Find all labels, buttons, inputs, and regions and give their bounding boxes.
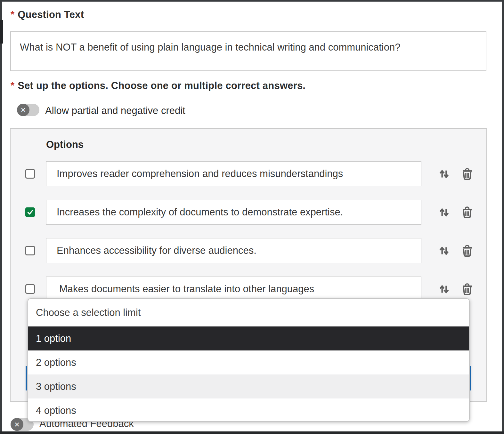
selection-limit-button-focus-edge <box>26 366 27 390</box>
option-text: Enhances accessibility for diverse audie… <box>57 245 256 256</box>
setup-options-label-text: Set up the options. Choose one or multip… <box>18 80 305 91</box>
options-panel-title: Options <box>46 139 84 150</box>
selection-limit-dropdown: Choose a selection limit 1 option 2 opti… <box>28 298 470 422</box>
reorder-icon[interactable] <box>437 205 451 219</box>
dropdown-header: Choose a selection limit <box>28 299 469 326</box>
option-row: Improves reader comprehension and reduce… <box>11 161 486 186</box>
question-text-input[interactable]: What is NOT a benefit of using plain lan… <box>10 31 486 71</box>
trash-icon[interactable] <box>460 282 474 296</box>
option-checkbox[interactable] <box>25 284 35 294</box>
option-text-input[interactable]: Improves reader comprehension and reduce… <box>46 161 421 186</box>
option-text-input[interactable]: Increases the complexity of documents to… <box>46 200 421 225</box>
reorder-icon[interactable] <box>437 167 451 181</box>
option-text-input[interactable]: Enhances accessibility for diverse audie… <box>46 238 421 263</box>
partial-credit-toggle-label: Allow partial and negative credit <box>45 105 185 117</box>
setup-options-label: *Set up the options. Choose one or multi… <box>11 80 305 92</box>
toggle-off-x-icon: ✕ <box>17 104 29 116</box>
screenshot-border <box>0 0 2 434</box>
option-checkbox[interactable] <box>25 207 35 217</box>
screenshot-border <box>0 431 504 434</box>
dropdown-item[interactable]: 2 options <box>28 350 469 374</box>
screenshot-border <box>0 0 504 2</box>
scrollbar-thumb[interactable] <box>0 20 3 44</box>
option-text: Makes documents easier to translate into… <box>59 283 314 295</box>
dropdown-item[interactable]: 4 options <box>28 398 469 422</box>
toggle-off-x-icon: ✕ <box>11 418 23 431</box>
option-text: Increases the complexity of documents to… <box>57 206 343 218</box>
option-text-input[interactable]: Makes documents easier to translate into… <box>46 277 421 301</box>
question-text-value: What is NOT a benefit of using plain lan… <box>20 42 400 53</box>
screenshot-border <box>502 0 504 434</box>
trash-icon[interactable] <box>460 167 474 181</box>
option-row: Makes documents easier to translate into… <box>11 277 486 301</box>
dropdown-item[interactable]: 1 option <box>28 326 469 350</box>
question-editor-page: *Question Text What is NOT a benefit of … <box>0 0 504 434</box>
required-asterisk: * <box>11 80 14 91</box>
reorder-icon[interactable] <box>437 244 451 258</box>
trash-icon[interactable] <box>460 205 474 219</box>
dropdown-item[interactable]: 3 options <box>28 374 469 398</box>
partial-credit-toggle[interactable]: ✕ <box>17 104 39 116</box>
option-checkbox[interactable] <box>25 169 35 179</box>
question-text-label: *Question Text <box>11 9 84 20</box>
question-text-label-text: Question Text <box>18 9 84 20</box>
trash-icon[interactable] <box>460 244 474 258</box>
option-text: Improves reader comprehension and reduce… <box>57 168 343 180</box>
reorder-icon[interactable] <box>437 282 451 296</box>
required-asterisk: * <box>11 9 14 20</box>
option-row: Enhances accessibility for diverse audie… <box>11 238 486 263</box>
selection-limit-button-focus-edge <box>470 366 471 390</box>
option-checkbox[interactable] <box>25 246 35 255</box>
option-row: Increases the complexity of documents to… <box>11 200 486 225</box>
